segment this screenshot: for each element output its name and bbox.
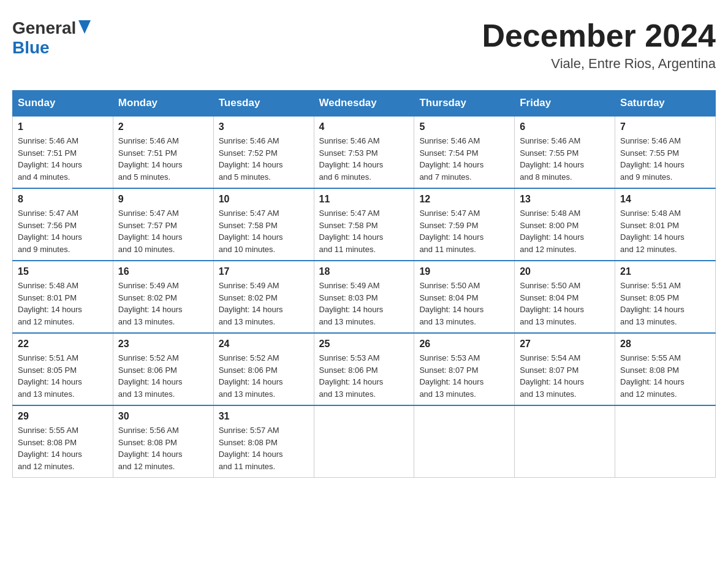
day-info: Sunrise: 5:46 AMSunset: 7:53 PMDaylight:… xyxy=(319,135,409,183)
header-friday: Friday xyxy=(515,91,615,117)
calendar-week-row: 22 Sunrise: 5:51 AMSunset: 8:05 PMDaylig… xyxy=(13,333,716,405)
day-info: Sunrise: 5:49 AMSunset: 8:02 PMDaylight:… xyxy=(219,280,309,327)
logo-blue-text: Blue xyxy=(12,38,50,57)
calendar-day-cell: 16 Sunrise: 5:49 AMSunset: 8:02 PMDaylig… xyxy=(113,261,213,333)
calendar-day-cell: 17 Sunrise: 5:49 AMSunset: 8:02 PMDaylig… xyxy=(213,261,314,333)
calendar-table: Sunday Monday Tuesday Wednesday Thursday… xyxy=(12,90,716,478)
day-number: 24 xyxy=(219,339,309,350)
day-info: Sunrise: 5:46 AMSunset: 7:52 PMDaylight:… xyxy=(219,135,309,183)
calendar-day-cell: 3 Sunrise: 5:46 AMSunset: 7:52 PMDayligh… xyxy=(213,116,314,188)
calendar-location: Viale, Entre Rios, Argentina xyxy=(482,56,716,72)
calendar-day-cell: 25 Sunrise: 5:53 AMSunset: 8:06 PMDaylig… xyxy=(314,333,414,405)
day-info: Sunrise: 5:46 AMSunset: 7:55 PMDaylight:… xyxy=(520,135,610,183)
calendar-day-cell: 30 Sunrise: 5:56 AMSunset: 8:08 PMDaylig… xyxy=(113,405,213,478)
calendar-day-cell: 18 Sunrise: 5:49 AMSunset: 8:03 PMDaylig… xyxy=(314,261,414,333)
calendar-day-cell: 26 Sunrise: 5:53 AMSunset: 8:07 PMDaylig… xyxy=(414,333,515,405)
day-info: Sunrise: 5:55 AMSunset: 8:08 PMDaylight:… xyxy=(18,424,108,472)
page-header: General Blue December 2024 Viale, Entre … xyxy=(12,12,716,78)
calendar-title-block: December 2024 Viale, Entre Rios, Argenti… xyxy=(482,18,716,72)
day-info: Sunrise: 5:46 AMSunset: 7:55 PMDaylight:… xyxy=(620,135,710,183)
calendar-day-cell: 28 Sunrise: 5:55 AMSunset: 8:08 PMDaylig… xyxy=(615,333,716,405)
day-number: 20 xyxy=(520,266,610,277)
header-thursday: Thursday xyxy=(414,91,515,117)
day-info: Sunrise: 5:48 AMSunset: 8:01 PMDaylight:… xyxy=(18,280,108,327)
day-info: Sunrise: 5:51 AMSunset: 8:05 PMDaylight:… xyxy=(620,280,710,327)
calendar-day-cell xyxy=(515,405,615,478)
day-info: Sunrise: 5:47 AMSunset: 7:58 PMDaylight:… xyxy=(219,207,309,255)
day-number: 18 xyxy=(319,266,409,277)
calendar-day-cell: 31 Sunrise: 5:57 AMSunset: 8:08 PMDaylig… xyxy=(213,405,314,478)
calendar-day-cell: 8 Sunrise: 5:47 AMSunset: 7:56 PMDayligh… xyxy=(13,188,113,261)
day-number: 1 xyxy=(18,121,108,132)
calendar-day-cell: 14 Sunrise: 5:48 AMSunset: 8:01 PMDaylig… xyxy=(615,188,716,261)
header-tuesday: Tuesday xyxy=(213,91,314,117)
day-number: 19 xyxy=(419,266,509,277)
calendar-day-cell: 27 Sunrise: 5:54 AMSunset: 8:07 PMDaylig… xyxy=(515,333,615,405)
calendar-day-cell xyxy=(615,405,716,478)
day-number: 17 xyxy=(219,266,309,277)
day-number: 31 xyxy=(219,411,309,422)
calendar-day-cell: 9 Sunrise: 5:47 AMSunset: 7:57 PMDayligh… xyxy=(113,188,213,261)
header-monday: Monday xyxy=(113,91,213,117)
calendar-day-cell: 10 Sunrise: 5:47 AMSunset: 7:58 PMDaylig… xyxy=(213,188,314,261)
day-number: 14 xyxy=(620,194,710,205)
day-number: 16 xyxy=(118,266,208,277)
day-number: 2 xyxy=(118,121,208,132)
calendar-day-cell: 15 Sunrise: 5:48 AMSunset: 8:01 PMDaylig… xyxy=(13,261,113,333)
day-info: Sunrise: 5:46 AMSunset: 7:54 PMDaylight:… xyxy=(419,135,509,183)
day-info: Sunrise: 5:46 AMSunset: 7:51 PMDaylight:… xyxy=(18,135,108,183)
day-info: Sunrise: 5:50 AMSunset: 8:04 PMDaylight:… xyxy=(419,280,509,327)
logo-arrow-icon xyxy=(78,20,91,36)
calendar-week-row: 1 Sunrise: 5:46 AMSunset: 7:51 PMDayligh… xyxy=(13,116,716,188)
calendar-day-cell: 6 Sunrise: 5:46 AMSunset: 7:55 PMDayligh… xyxy=(515,116,615,188)
calendar-day-cell: 1 Sunrise: 5:46 AMSunset: 7:51 PMDayligh… xyxy=(13,116,113,188)
day-number: 30 xyxy=(118,411,208,422)
calendar-day-cell: 19 Sunrise: 5:50 AMSunset: 8:04 PMDaylig… xyxy=(414,261,515,333)
calendar-day-cell: 4 Sunrise: 5:46 AMSunset: 7:53 PMDayligh… xyxy=(314,116,414,188)
day-number: 15 xyxy=(18,266,108,277)
logo-general-text: General xyxy=(12,18,76,38)
calendar-day-cell: 20 Sunrise: 5:50 AMSunset: 8:04 PMDaylig… xyxy=(515,261,615,333)
calendar-day-cell: 21 Sunrise: 5:51 AMSunset: 8:05 PMDaylig… xyxy=(615,261,716,333)
day-number: 25 xyxy=(319,339,409,350)
day-info: Sunrise: 5:49 AMSunset: 8:03 PMDaylight:… xyxy=(319,280,409,327)
day-info: Sunrise: 5:50 AMSunset: 8:04 PMDaylight:… xyxy=(520,280,610,327)
day-number: 22 xyxy=(18,339,108,350)
calendar-day-cell: 12 Sunrise: 5:47 AMSunset: 7:59 PMDaylig… xyxy=(414,188,515,261)
svg-marker-0 xyxy=(78,20,91,34)
calendar-day-cell: 5 Sunrise: 5:46 AMSunset: 7:54 PMDayligh… xyxy=(414,116,515,188)
day-number: 13 xyxy=(520,194,610,205)
calendar-day-cell: 13 Sunrise: 5:48 AMSunset: 8:00 PMDaylig… xyxy=(515,188,615,261)
day-info: Sunrise: 5:47 AMSunset: 7:58 PMDaylight:… xyxy=(319,207,409,255)
day-number: 5 xyxy=(419,121,509,132)
calendar-day-cell: 2 Sunrise: 5:46 AMSunset: 7:51 PMDayligh… xyxy=(113,116,213,188)
day-info: Sunrise: 5:53 AMSunset: 8:07 PMDaylight:… xyxy=(419,352,509,400)
day-number: 11 xyxy=(319,194,409,205)
day-info: Sunrise: 5:57 AMSunset: 8:08 PMDaylight:… xyxy=(219,424,309,472)
day-info: Sunrise: 5:51 AMSunset: 8:05 PMDaylight:… xyxy=(18,352,108,400)
logo: General Blue xyxy=(12,18,91,58)
calendar-month-year: December 2024 xyxy=(482,18,716,53)
day-number: 29 xyxy=(18,411,108,422)
day-number: 12 xyxy=(419,194,509,205)
calendar-day-cell xyxy=(414,405,515,478)
day-number: 3 xyxy=(219,121,309,132)
day-info: Sunrise: 5:47 AMSunset: 7:56 PMDaylight:… xyxy=(18,207,108,255)
day-info: Sunrise: 5:46 AMSunset: 7:51 PMDaylight:… xyxy=(118,135,208,183)
day-info: Sunrise: 5:52 AMSunset: 8:06 PMDaylight:… xyxy=(118,352,208,400)
day-info: Sunrise: 5:52 AMSunset: 8:06 PMDaylight:… xyxy=(219,352,309,400)
day-number: 6 xyxy=(520,121,610,132)
calendar-day-cell: 7 Sunrise: 5:46 AMSunset: 7:55 PMDayligh… xyxy=(615,116,716,188)
calendar-week-row: 8 Sunrise: 5:47 AMSunset: 7:56 PMDayligh… xyxy=(13,188,716,261)
calendar-day-cell: 23 Sunrise: 5:52 AMSunset: 8:06 PMDaylig… xyxy=(113,333,213,405)
header-sunday: Sunday xyxy=(13,91,113,117)
day-number: 4 xyxy=(319,121,409,132)
calendar-day-cell: 24 Sunrise: 5:52 AMSunset: 8:06 PMDaylig… xyxy=(213,333,314,405)
day-number: 21 xyxy=(620,266,710,277)
calendar-day-cell: 22 Sunrise: 5:51 AMSunset: 8:05 PMDaylig… xyxy=(13,333,113,405)
calendar-week-row: 15 Sunrise: 5:48 AMSunset: 8:01 PMDaylig… xyxy=(13,261,716,333)
day-number: 23 xyxy=(118,339,208,350)
day-info: Sunrise: 5:47 AMSunset: 7:59 PMDaylight:… xyxy=(419,207,509,255)
header-saturday: Saturday xyxy=(615,91,716,117)
day-number: 8 xyxy=(18,194,108,205)
